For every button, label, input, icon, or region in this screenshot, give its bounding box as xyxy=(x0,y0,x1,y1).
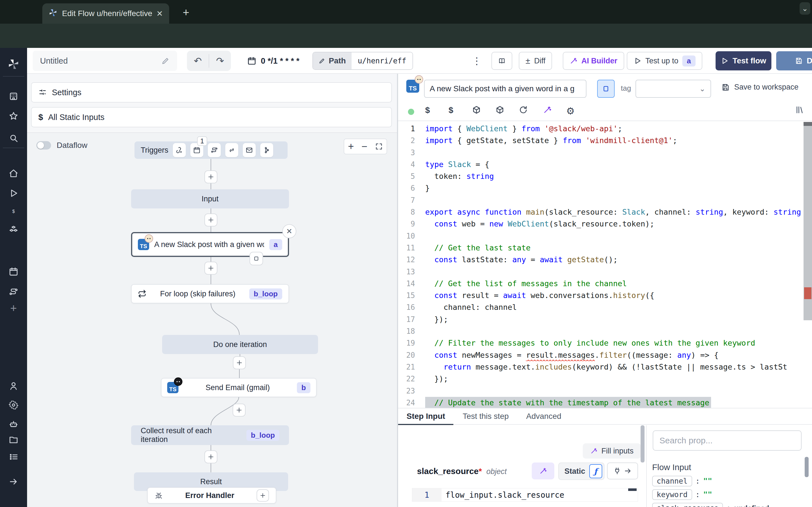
sidebar-item-add[interactable]: + xyxy=(0,300,27,316)
code-line[interactable]: 8export async function main(slack_resour… xyxy=(398,206,812,218)
test-up-to-button[interactable]: Test up to a xyxy=(627,52,702,70)
section-scrollbar[interactable] xyxy=(641,425,645,462)
sidebar-item-search[interactable] xyxy=(0,130,27,146)
add-step-button[interactable] xyxy=(204,214,217,226)
code-line[interactable]: 19 // Filter the messages to only includ… xyxy=(398,337,812,349)
code-line[interactable]: 18 xyxy=(398,325,812,337)
prop-row[interactable]: keyword: "" xyxy=(652,489,712,500)
code-line[interactable]: 3 xyxy=(398,147,812,159)
add-step-button[interactable] xyxy=(233,404,246,416)
code-line[interactable]: 9 const web = new WebClient(slack_resour… xyxy=(398,218,812,230)
code-line[interactable]: 4type Slack = { xyxy=(398,159,812,170)
sidebar-expand-icon[interactable] xyxy=(0,474,27,490)
slack-step-node[interactable]: TS A new Slack post with a given wor... … xyxy=(131,232,289,257)
add-step-button[interactable] xyxy=(204,262,217,275)
code-line[interactable]: 22 }); xyxy=(398,373,812,385)
add-error-handler-icon[interactable] xyxy=(257,489,269,502)
tab-advanced[interactable]: Advanced xyxy=(526,412,561,421)
prop-row[interactable]: channel: "" xyxy=(652,475,712,487)
sidebar-item-ai[interactable] xyxy=(0,416,27,432)
http-route-trigger-icon[interactable] xyxy=(208,143,221,157)
test-flow-button[interactable]: Test flow xyxy=(716,51,771,70)
static-toggle[interactable]: Static ƒ xyxy=(558,462,605,480)
sidebar-item-folders[interactable] xyxy=(0,432,27,448)
ai-builder-button[interactable]: AI Builder xyxy=(563,52,624,70)
sidebar-item-variables[interactable]: $ xyxy=(0,204,27,219)
sidebar-item-settings[interactable] xyxy=(0,397,27,413)
all-static-inputs-button[interactable]: $ All Static Inputs xyxy=(31,107,392,127)
new-tab-button[interactable]: + xyxy=(183,6,189,19)
package-icon[interactable] xyxy=(472,105,481,114)
websocket-trigger-icon[interactable] xyxy=(225,143,238,157)
sidebar-item-workspace[interactable] xyxy=(0,89,27,104)
email-trigger-icon[interactable] xyxy=(243,143,256,157)
ai-fill-button[interactable] xyxy=(532,462,554,480)
code-line[interactable]: 16 channel: channel xyxy=(398,301,812,313)
flow-name-field[interactable]: Untitled xyxy=(33,51,177,71)
dataflow-toggle[interactable] xyxy=(36,141,51,150)
sidebar-item-schedules[interactable] xyxy=(0,264,27,279)
browser-tab[interactable]: Edit Flow u/henri/effective_un ✕ xyxy=(42,3,169,24)
diff-button[interactable]: ± Diff xyxy=(519,52,552,70)
undo-icon[interactable]: ↶ xyxy=(187,55,209,66)
windmill-logo-icon[interactable] xyxy=(0,56,27,72)
sidebar-item-runs[interactable] xyxy=(0,185,27,201)
library-icon[interactable] xyxy=(795,105,804,114)
step-mode-button[interactable] xyxy=(597,80,615,98)
search-prop-input[interactable]: Search prop... xyxy=(653,431,802,451)
edit-pencil-icon[interactable] xyxy=(161,57,170,65)
add-step-button[interactable] xyxy=(233,356,246,369)
code-line[interactable]: 1import { WebClient } from '@slack/web-a… xyxy=(398,123,812,135)
docs-button[interactable] xyxy=(492,52,512,70)
code-line[interactable]: 12 const lastState: any = await getState… xyxy=(398,254,812,266)
sidebar-item-resources[interactable] xyxy=(0,222,27,238)
fit-view-icon[interactable] xyxy=(375,143,383,151)
triggers-node[interactable]: Triggers 1 xyxy=(135,142,288,159)
function-mode-icon[interactable]: ƒ xyxy=(589,464,602,478)
variables-icon[interactable]: $ xyxy=(425,105,430,115)
settings-button[interactable]: Settings xyxy=(31,82,392,103)
code-line[interactable]: 21 return message.text.includes(keyword)… xyxy=(398,361,812,373)
code-line[interactable]: 17 }); xyxy=(398,314,812,325)
tag-select[interactable]: ⌄ xyxy=(636,80,711,98)
code-line[interactable]: 5 token: string xyxy=(398,170,812,182)
error-handler-node[interactable]: Error Handler xyxy=(147,487,276,504)
package-icon[interactable] xyxy=(495,105,504,114)
more-options-icon[interactable]: ⋮ xyxy=(472,55,481,66)
add-step-button[interactable] xyxy=(204,170,217,183)
tab-test-this-step[interactable]: Test this step xyxy=(463,412,509,421)
sidebar-item-favorites[interactable] xyxy=(0,108,27,124)
collect-result-node[interactable]: Collect result of each iteration b_loop xyxy=(131,425,289,445)
schedule-cron[interactable]: 0 */1 * * * * xyxy=(247,52,299,70)
resources-icon[interactable]: $ xyxy=(449,105,453,115)
settings-gear-icon[interactable]: ⚙ xyxy=(566,105,574,117)
tab-close-icon[interactable]: ✕ xyxy=(156,9,163,18)
code-line[interactable]: 23 xyxy=(398,385,812,397)
code-line[interactable]: 20 const newMessages = result.messages.f… xyxy=(398,349,812,361)
connect-input-button[interactable] xyxy=(607,462,638,480)
prop-row[interactable]: slack_resource: undefined xyxy=(652,503,769,507)
sidebar-item-user[interactable] xyxy=(0,378,27,394)
do-one-iteration-node[interactable]: Do one iteration xyxy=(162,335,318,354)
schedule-trigger-icon[interactable]: 1 xyxy=(190,143,203,157)
stop-after-step-icon[interactable] xyxy=(250,252,263,265)
redo-icon[interactable]: ↷ xyxy=(209,55,231,66)
kafka-trigger-icon[interactable] xyxy=(260,143,273,157)
path-chip[interactable]: Path u/henri/eff xyxy=(312,52,413,70)
code-line[interactable]: 10 xyxy=(398,230,812,242)
add-step-button[interactable] xyxy=(204,450,217,463)
tab-search-chevron-icon[interactable]: ⌄ xyxy=(800,2,810,15)
save-to-workspace-button[interactable]: Save to workspace xyxy=(721,83,799,92)
fill-inputs-button[interactable]: Fill inputs xyxy=(583,443,641,459)
code-line[interactable]: 11 // Get the last state xyxy=(398,242,812,254)
zoom-in-icon[interactable]: + xyxy=(348,140,354,152)
delete-step-icon[interactable]: ✕ xyxy=(282,224,296,238)
email-step-node[interactable]: TS Send Email (gmail) b xyxy=(161,378,317,397)
props-scrollbar[interactable] xyxy=(805,457,809,477)
zoom-out-icon[interactable]: − xyxy=(361,140,367,152)
sidebar-item-home[interactable] xyxy=(0,166,27,181)
step-name-input[interactable]: A new Slack post with a given word in a … xyxy=(424,80,587,98)
sidebar-item-logs[interactable] xyxy=(0,449,27,465)
reload-icon[interactable] xyxy=(519,105,528,114)
code-line[interactable]: 7 xyxy=(398,194,812,206)
